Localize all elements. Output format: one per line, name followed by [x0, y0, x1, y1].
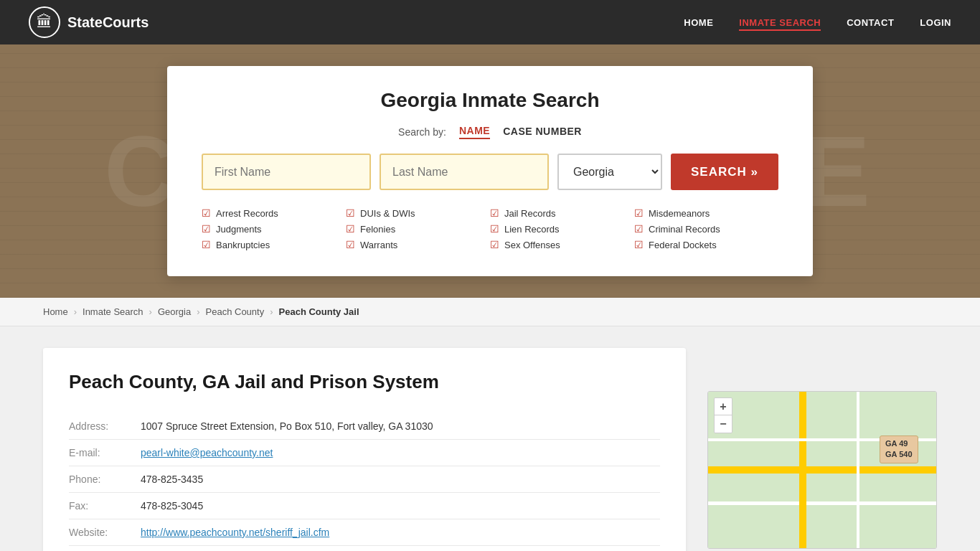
email-label: E-mail:	[69, 440, 141, 466]
checkbox-label: Federal Dockets	[649, 240, 717, 250]
check-icon: ☑	[490, 239, 499, 250]
phone-value: 478-825-3435	[141, 466, 660, 493]
zoom-in-button[interactable]: +	[715, 398, 732, 415]
checkbox-judgments: ☑ Judgments	[202, 223, 346, 235]
state-select[interactable]: Georgia	[557, 154, 662, 190]
breadcrumb-sep: ›	[197, 306, 199, 317]
website-label: Website:	[69, 519, 141, 546]
website-link[interactable]: http://www.peachcounty.net/sheriff_jail.…	[141, 527, 329, 538]
check-icon: ☑	[490, 223, 499, 235]
breadcrumb-georgia[interactable]: Georgia	[158, 306, 191, 317]
badge-line1: GA 49	[885, 438, 913, 449]
search-by-label: Search by:	[398, 126, 446, 138]
nav-login[interactable]: LOGIN	[920, 17, 951, 28]
website-value: http://www.peachcounty.net/sheriff_jail.…	[141, 519, 660, 546]
checkbox-label: Warrants	[360, 240, 397, 250]
checkbox-duis: ☑ DUIs & DWIs	[346, 207, 490, 219]
check-icon: ☑	[346, 239, 355, 250]
check-icon: ☑	[202, 239, 211, 250]
search-button[interactable]: SEARCH »	[671, 154, 778, 190]
checkbox-criminal-records: ☑ Criminal Records	[634, 223, 778, 235]
search-title: Georgia Inmate Search	[202, 89, 778, 112]
email-link[interactable]: pearl-white@peachcounty.net	[141, 447, 273, 458]
map-container: GA 49 GA 540 + −	[707, 391, 937, 549]
map-road	[708, 501, 936, 505]
table-row: Fax: 478-825-3045	[69, 493, 660, 519]
checkbox-warrants: ☑ Warrants	[346, 239, 490, 250]
logo-link[interactable]: 🏛 StateCourts	[29, 6, 149, 38]
check-icon: ☑	[202, 223, 211, 235]
checkbox-label: Jail Records	[504, 208, 556, 219]
search-card: Georgia Inmate Search Search by: NAME CA…	[167, 66, 813, 276]
checkbox-label: Arrest Records	[216, 208, 278, 219]
first-name-input[interactable]	[202, 154, 371, 190]
fax-value: 478-825-3045	[141, 493, 660, 519]
check-icon: ☑	[634, 223, 644, 235]
checkbox-label: Felonies	[360, 224, 395, 235]
search-inputs-row: Georgia SEARCH »	[202, 154, 778, 190]
breadcrumb-sep: ›	[74, 306, 77, 317]
breadcrumb: Home › Inmate Search › Georgia › Peach C…	[0, 298, 980, 326]
checkbox-bankruptcies: ☑ Bankruptcies	[202, 239, 346, 250]
badge-line2: GA 540	[885, 449, 913, 460]
tab-name[interactable]: NAME	[459, 125, 490, 139]
table-row: Website: http://www.peachcounty.net/sher…	[69, 519, 660, 546]
breadcrumb-sep: ›	[149, 306, 152, 317]
check-icon: ☑	[490, 207, 499, 219]
breadcrumb-sep: ›	[270, 306, 273, 317]
facility-title: Peach County, GA Jail and Prison System	[69, 371, 660, 393]
address-value: 1007 Spruce Street Extension, Po Box 510…	[141, 413, 660, 440]
check-icon: ☑	[634, 239, 644, 250]
content-main: Peach County, GA Jail and Prison System …	[43, 348, 686, 551]
breadcrumb-peach-county[interactable]: Peach County	[206, 306, 265, 317]
checkbox-label: Judgments	[216, 224, 262, 235]
check-icon: ☑	[202, 207, 211, 219]
nav-links: HOME INMATE SEARCH CONTACT LOGIN	[684, 16, 951, 29]
checkbox-jail-records: ☑ Jail Records	[490, 207, 634, 219]
checkbox-label: Lien Records	[504, 224, 560, 235]
checkbox-misdemeanors: ☑ Misdemeanors	[634, 207, 778, 219]
checkbox-label: Criminal Records	[649, 224, 720, 235]
table-row: Address: 1007 Spruce Street Extension, P…	[69, 413, 660, 440]
checkbox-federal-dockets: ☑ Federal Dockets	[634, 239, 778, 250]
nav-home[interactable]: HOME	[684, 17, 713, 28]
facility-card: Peach County, GA Jail and Prison System …	[43, 348, 686, 551]
phone-label: Phone:	[69, 466, 141, 493]
checkbox-lien-records: ☑ Lien Records	[490, 223, 634, 235]
logo-icon: 🏛	[29, 6, 60, 38]
last-name-input[interactable]	[380, 154, 549, 190]
check-icon: ☑	[346, 223, 355, 235]
table-row: Phone: 478-825-3435	[69, 466, 660, 493]
nav-contact[interactable]: CONTACT	[847, 17, 894, 28]
table-row: E-mail: pearl-white@peachcounty.net	[69, 440, 660, 466]
map-road	[857, 392, 859, 548]
checkbox-label: Misdemeanors	[649, 208, 710, 219]
check-icon: ☑	[346, 207, 355, 219]
map-zoom-controls: + −	[714, 397, 732, 433]
logo-text: StateCourts	[67, 14, 149, 31]
breadcrumb-home[interactable]: Home	[43, 306, 68, 317]
hero-section: Georgia Inmate Search Search by: NAME CA…	[0, 44, 980, 298]
checkbox-label: Sex Offenses	[504, 240, 560, 250]
breadcrumb-inmate-search[interactable]: Inmate Search	[83, 306, 143, 317]
checkbox-label: Bankruptcies	[216, 240, 270, 250]
checkbox-sex-offenses: ☑ Sex Offenses	[490, 239, 634, 250]
email-value: pearl-white@peachcounty.net	[141, 440, 660, 466]
map-road	[799, 392, 806, 548]
navbar: 🏛 StateCourts HOME INMATE SEARCH CONTACT…	[0, 0, 980, 44]
breadcrumb-current: Peach County Jail	[279, 306, 359, 317]
map-badge: GA 49 GA 540	[880, 435, 918, 463]
search-by-row: Search by: NAME CASE NUMBER	[202, 125, 778, 139]
map-placeholder: GA 49 GA 540 + −	[708, 392, 936, 548]
fax-label: Fax:	[69, 493, 141, 519]
content-area: Peach County, GA Jail and Prison System …	[0, 326, 980, 551]
facility-info-table: Address: 1007 Spruce Street Extension, P…	[69, 413, 660, 546]
checkbox-arrest-records: ☑ Arrest Records	[202, 207, 346, 219]
checkbox-label: DUIs & DWIs	[360, 208, 415, 219]
zoom-out-button[interactable]: −	[715, 415, 732, 433]
checkboxes-grid: ☑ Arrest Records ☑ DUIs & DWIs ☑ Jail Re…	[202, 207, 778, 250]
checkbox-felonies: ☑ Felonies	[346, 223, 490, 235]
tab-case-number[interactable]: CASE NUMBER	[503, 126, 582, 138]
map-road	[708, 466, 936, 474]
nav-inmate-search[interactable]: INMATE SEARCH	[739, 17, 821, 31]
